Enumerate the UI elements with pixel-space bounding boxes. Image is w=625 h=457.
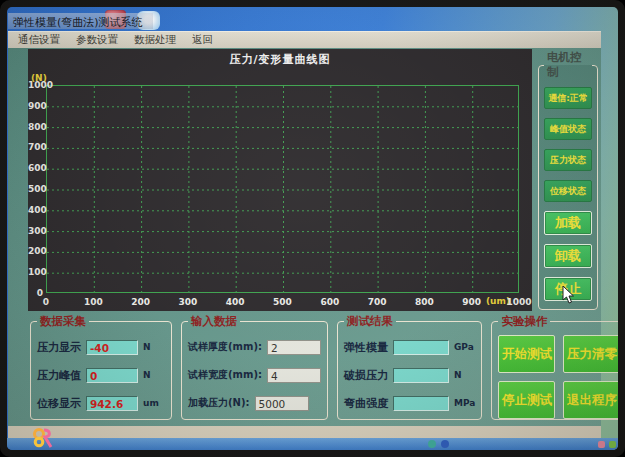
window-title: 弹性模量(弯曲法)测试系统 [8, 13, 153, 29]
x-tick-label: 300 [175, 297, 201, 307]
data-row: 破损压力N [344, 368, 475, 383]
y-tick-label: 500 [28, 184, 43, 194]
motor-status-button-4[interactable]: 位移状态 [544, 180, 592, 202]
data-row: 弯曲强度MPa [344, 396, 475, 411]
displacement-display-label: 位移显示 [37, 396, 81, 411]
sample-thickness-label: 试样厚度(mm): [188, 340, 262, 354]
elastic-modulus-label: 弹性模量 [344, 340, 388, 355]
bending-strength-field[interactable] [393, 396, 449, 411]
data-acquisition-group: 数据采集 压力显示-40N压力峰值0N位移显示942.6um [30, 314, 172, 420]
tray-icon[interactable] [609, 441, 616, 448]
motor-control-group: 电机控制 通信:正常峰值状态压力状态位移状态加载卸载停止 [538, 50, 598, 310]
menu-item-1[interactable]: 通信设置 [18, 33, 60, 47]
y-tick-label: 800 [28, 122, 43, 132]
start-test-button[interactable]: 开始测试 [498, 335, 555, 373]
y-tick-label: 900 [28, 101, 43, 111]
x-tick-label: 200 [128, 297, 154, 307]
elastic-modulus-unit: GPa [454, 342, 474, 352]
chart-gridlines [47, 86, 520, 294]
menu-item-3[interactable]: 数据处理 [134, 33, 176, 47]
motor-buttons: 通信:正常峰值状态压力状态位移状态加载卸载停止 [544, 87, 592, 301]
sample-width-label: 试样宽度(mm): [188, 368, 262, 382]
load-pressure-field[interactable]: 5000 [255, 396, 309, 411]
data-row: 位移显示942.6um [37, 396, 165, 411]
pressure-peak-unit: N [143, 370, 151, 380]
menu-bar: 通信设置参数设置数据处理返回 [8, 31, 601, 48]
input-data-title: 输入数据 [188, 314, 240, 329]
input-data-group: 输入数据 试样厚度(mm):2试样宽度(mm):4加载压力(N):5000 [181, 314, 328, 420]
pressure-display-field[interactable]: -40 [86, 340, 138, 355]
breaking-pressure-unit: N [454, 370, 462, 380]
pressure-peak-label: 压力峰值 [37, 368, 81, 383]
exit-program-button[interactable]: 退出程序 [563, 381, 618, 419]
x-tick-label: 600 [317, 297, 343, 307]
elastic-modulus-field[interactable] [393, 340, 449, 355]
experiment-ops-title: 实验操作 [498, 314, 550, 329]
tray-icon[interactable] [598, 441, 605, 448]
x-tick-label: 700 [364, 297, 390, 307]
displacement-display-unit: um [143, 398, 159, 408]
x-tick-label: 100 [80, 297, 106, 307]
data-acquisition-title: 数据采集 [37, 314, 89, 329]
y-tick-label: 100 [28, 267, 43, 277]
chart-panel: 压力/变形量曲线图 (N) (um) 010020030040050060070… [28, 49, 532, 311]
tray-icon[interactable] [428, 440, 436, 448]
motor-action-button-2[interactable]: 卸载 [544, 244, 592, 268]
x-tick-label: 400 [222, 297, 248, 307]
y-tick-label: 1000 [28, 80, 43, 90]
menu-item-2[interactable]: 参数设置 [76, 33, 118, 47]
breaking-pressure-label: 破损压力 [344, 368, 388, 383]
chart-title: 压力/变形量曲线图 [28, 52, 532, 67]
breaking-pressure-field[interactable] [393, 368, 449, 383]
data-row: 加载压力(N):5000 [188, 396, 321, 411]
motor-action-button-1[interactable]: 加载 [544, 211, 592, 235]
taskbar[interactable] [7, 438, 618, 450]
menu-item-4[interactable]: 返回 [192, 33, 213, 47]
mouse-cursor-icon [562, 285, 575, 304]
desktop: 弹性模量(弯曲法)测试系统 通信设置参数设置数据处理返回 压力/变形量曲线图 (… [7, 7, 618, 450]
y-tick-label: 700 [28, 142, 43, 152]
monitor-photo: 弹性模量(弯曲法)测试系统 通信设置参数设置数据处理返回 压力/变形量曲线图 (… [0, 0, 625, 457]
desktop-logo-icon[interactable] [32, 427, 54, 449]
app-window: 压力/变形量曲线图 (N) (um) 010020030040050060070… [8, 48, 601, 426]
x-tick-label: 800 [411, 297, 437, 307]
test-results-group: 测试结果 弹性模量GPa破损压力N弯曲强度MPa [337, 314, 482, 420]
pressure-zero-button[interactable]: 压力清零 [563, 335, 618, 373]
chart-plot-area [46, 85, 519, 293]
x-tick-label: 1000 [506, 297, 532, 307]
motor-status-button-2[interactable]: 峰值状态 [544, 118, 592, 140]
bending-strength-unit: MPa [454, 398, 475, 408]
stop-test-button[interactable]: 停止测试 [498, 381, 555, 419]
displacement-display-field[interactable]: 942.6 [86, 396, 138, 411]
experiment-ops-group: 实验操作 开始测试压力清零停止测试退出程序 [491, 314, 618, 420]
input-data-rows: 试样厚度(mm):2试样宽度(mm):4加载压力(N):5000 [188, 333, 321, 417]
load-pressure-label: 加载压力(N): [188, 396, 250, 410]
data-acquisition-rows: 压力显示-40N压力峰值0N位移显示942.6um [37, 333, 165, 417]
y-tick-label: 600 [28, 163, 43, 173]
tray-icon[interactable] [441, 440, 449, 448]
x-tick-label: 500 [270, 297, 296, 307]
window-bottom-strip [8, 426, 601, 438]
data-row: 试样宽度(mm):4 [188, 368, 321, 383]
sample-thickness-field[interactable]: 2 [267, 340, 321, 355]
y-tick-label: 300 [28, 226, 43, 236]
bottom-panels: 数据采集 压力显示-40N压力峰值0N位移显示942.6um 输入数据 试样厚度… [30, 314, 618, 420]
data-row: 压力峰值0N [37, 368, 165, 383]
experiment-ops-buttons: 开始测试压力清零停止测试退出程序 [498, 335, 618, 419]
pressure-display-unit: N [143, 342, 151, 352]
data-row: 试样厚度(mm):2 [188, 340, 321, 355]
data-row: 压力显示-40N [37, 340, 165, 355]
motor-status-button-1[interactable]: 通信:正常 [544, 87, 592, 109]
y-tick-label: 200 [28, 246, 43, 256]
test-results-rows: 弹性模量GPa破损压力N弯曲强度MPa [344, 333, 475, 417]
bending-strength-label: 弯曲强度 [344, 396, 388, 411]
motor-status-button-3[interactable]: 压力状态 [544, 149, 592, 171]
sample-width-field[interactable]: 4 [267, 368, 321, 383]
x-tick-label: 0 [33, 297, 59, 307]
data-row: 弹性模量GPa [344, 340, 475, 355]
motor-control-title: 电机控制 [544, 50, 592, 80]
pressure-display-label: 压力显示 [37, 340, 81, 355]
pressure-peak-field[interactable]: 0 [86, 368, 138, 383]
x-tick-label: 900 [459, 297, 485, 307]
y-tick-label: 400 [28, 205, 43, 215]
